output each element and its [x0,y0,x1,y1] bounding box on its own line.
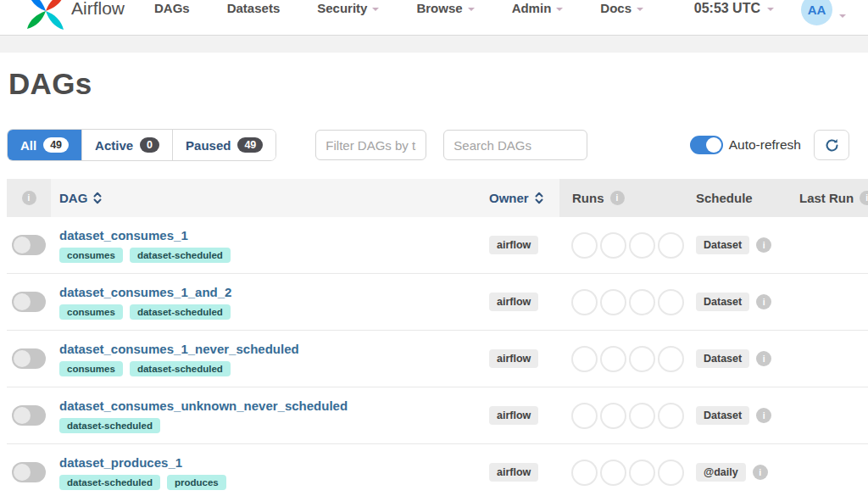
tag[interactable]: consumes [59,248,123,263]
runs-failed-circle[interactable] [658,403,684,429]
runs-running-circle[interactable] [629,403,655,429]
clock-label: 05:53 UTC [694,0,760,17]
nav-admin[interactable]: Admin [512,0,564,17]
chevron-down-icon [767,8,774,11]
dag-link[interactable]: dataset_consumes_1_never_scheduled [59,342,299,356]
table-row: dataset_consumes_1_never_scheduled consu… [7,331,868,387]
dags-page: DAGs All 49 Active 0 Paused 49 Auto-refr… [0,67,868,496]
tag[interactable]: dataset-scheduled [59,418,160,433]
pause-toggle[interactable] [12,235,46,255]
runs-failed-circle[interactable] [658,289,684,315]
search-dags-input[interactable] [443,130,587,160]
sort-icon [535,192,543,204]
sort-icon [93,192,102,204]
tag[interactable]: dataset-scheduled [130,361,231,376]
info-icon: i [756,408,771,423]
nav-docs-label: Docs [600,0,632,17]
table-row: dataset_consumes_1_and_2 consumes datase… [7,274,868,331]
page-title: DAGs [8,67,868,101]
column-header-owner[interactable]: Owner [479,179,559,217]
column-owner-label: Owner [489,191,529,205]
dag-tags: dataset-scheduled [59,418,160,433]
dag-tags: consumes dataset-scheduled [59,304,231,320]
pause-toggle[interactable] [12,292,46,312]
main-nav: DAGs Datasets Security Browse Admin Docs [154,0,643,17]
runs-queued-circle[interactable] [571,403,598,429]
airflow-pinwheel-logo [25,0,66,31]
header-info-cell: i [7,179,51,217]
nav-browse[interactable]: Browse [416,0,474,17]
pause-toggle[interactable] [12,348,46,369]
info-icon: i [610,191,625,205]
pause-toggle[interactable] [12,405,46,426]
runs-success-circle[interactable] [600,346,626,372]
runs-success-circle[interactable] [600,403,626,429]
table-row: dataset_consumes_unknown_never_scheduled… [7,387,868,444]
table-row: dataset_consumes_1 consumes dataset-sche… [7,217,868,274]
timezone-menu[interactable]: 05:53 UTC [694,0,774,17]
tab-paused[interactable]: Paused 49 [173,130,275,160]
nav-security[interactable]: Security [317,0,379,17]
runs-running-circle[interactable] [629,289,655,315]
nav-datasets[interactable]: Datasets [227,0,281,17]
runs-running-circle[interactable] [629,232,655,259]
runs-queued-circle[interactable] [571,346,598,372]
tab-paused-count-badge: 49 [237,137,263,153]
last-run-cell [784,217,868,273]
tab-all-label: All [20,138,36,153]
auto-refresh-label: Auto-refresh [729,137,801,153]
tab-paused-label: Paused [186,138,231,153]
dag-toolbar: All 49 Active 0 Paused 49 Auto-refresh [7,129,868,161]
navbar: Airflow DAGs Datasets Security Browse Ad… [0,0,868,36]
airflow-brand[interactable]: Airflow [25,0,146,41]
auto-refresh-toggle[interactable] [690,136,723,154]
dag-tags: consumes dataset-scheduled [59,248,231,263]
runs-queued-circle[interactable] [571,289,598,315]
column-schedule-label: Schedule [696,191,753,205]
tag[interactable]: consumes [59,361,123,376]
runs-success-circle[interactable] [600,460,626,486]
tag[interactable]: dataset-scheduled [130,304,231,320]
tab-active-label: Active [95,138,133,153]
schedule-badge: Dataset [696,349,749,368]
column-dag-label: DAG [59,191,87,205]
dag-link[interactable]: dataset_consumes_1 [59,228,188,242]
refresh-button[interactable] [814,130,849,160]
runs-success-circle[interactable] [600,289,626,315]
pause-toggle[interactable] [12,462,46,482]
nav-docs[interactable]: Docs [600,0,643,17]
refresh-icon [824,137,840,153]
owner-badge: airflow [489,236,538,254]
column-header-lastrun: Last Run i [784,179,868,217]
runs-running-circle[interactable] [629,460,655,486]
runs-queued-circle[interactable] [571,232,598,259]
schedule-badge: @daily [696,463,746,482]
tab-active[interactable]: Active 0 [82,130,173,160]
runs-failed-circle[interactable] [658,232,684,259]
runs-success-circle[interactable] [600,232,626,259]
tag[interactable]: dataset-scheduled [59,475,160,490]
last-run-cell [784,331,868,387]
tab-all-count-badge: 49 [43,137,69,153]
tag[interactable]: produces [167,475,226,490]
runs-running-circle[interactable] [629,346,655,372]
dag-link[interactable]: dataset_produces_1 [59,455,182,470]
tag[interactable]: consumes [59,304,123,320]
info-icon: i [753,465,768,480]
nav-dags[interactable]: DAGs [154,0,190,17]
column-lastrun-label: Last Run [799,191,854,205]
runs-failed-circle[interactable] [658,460,684,486]
chevron-down-icon [372,8,379,11]
runs-queued-circle[interactable] [571,460,598,486]
column-header-dag[interactable]: DAG [51,179,479,217]
dag-link[interactable]: dataset_consumes_unknown_never_scheduled [59,398,348,413]
user-menu[interactable]: AA [801,0,846,31]
tag-filter-input[interactable] [315,130,426,160]
dag-link[interactable]: dataset_consumes_1_and_2 [59,285,231,299]
info-icon: i [756,237,771,253]
runs-failed-circle[interactable] [658,346,684,372]
owner-badge: airflow [489,406,538,425]
tab-all[interactable]: All 49 [8,130,82,160]
chevron-down-icon [637,8,643,11]
tag[interactable]: dataset-scheduled [130,248,231,263]
